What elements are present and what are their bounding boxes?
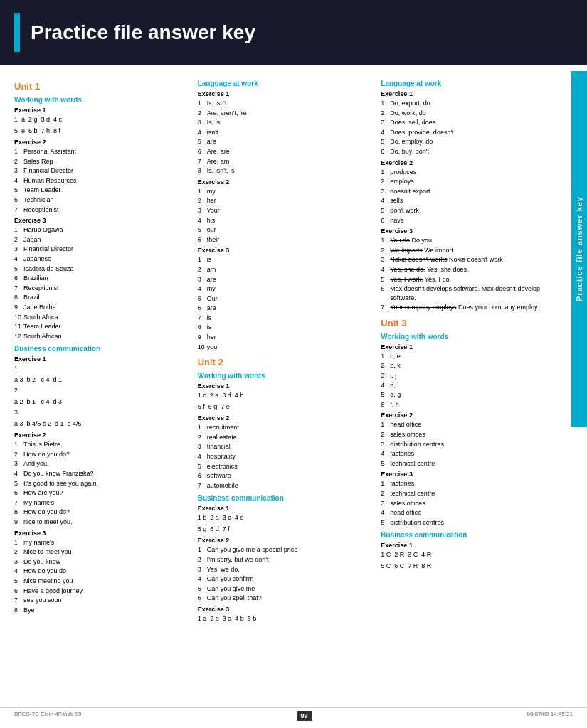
u2-biz-ex3-label: Exercise 3 [198,606,370,613]
lang-ex1-list: 1Is, isn't 2Are, aren't, 're 3Is, is 4is… [198,99,370,176]
wwwords-title-3: Working with words [381,333,553,341]
list-item: 10your [198,343,370,352]
ex3-label: Exercise 3 [14,217,186,224]
list-item: 3Is, is [198,118,370,127]
list-item: 5Isadora de Souza [14,264,186,274]
u3-biz-ex1-line1: 1 C 2 R 3 C 4 R [381,550,553,560]
list-item: 5Do, employ, do [381,137,553,146]
header-accent [14,13,20,52]
list-item: 8Is, isn't, 's [198,166,370,176]
list-item: 4hospitality [198,452,370,461]
u2-ex1-line2: 5 f 6 g 7 e [198,402,370,412]
list-item: 1head office [381,420,553,429]
biz-comm-title-2: Business communication [198,494,370,502]
list-item: 1Can you give me a special price [198,545,370,555]
list-item: 2Are, aren't, 're [198,109,370,118]
list-item: 6software [198,471,370,481]
list-item: 3Does, sell, does [381,118,553,127]
list-item: 6their [198,235,370,245]
u3-ex3-list: 1factories 2technical centre 3sales offi… [381,479,553,527]
lang-ex2-list: 1my 2her 3Your 4his 5our 6their [198,187,370,245]
list-item: 1my [198,187,370,196]
list-item: 2technical centre [381,489,553,498]
list-item: 4How do you do [14,567,186,576]
list-item: 4Does, provide, doesn't [381,128,553,137]
u2-ex2-list: 1recruitment 2real estate 3financial 4ho… [198,423,370,490]
list-item: 2employs [381,177,553,186]
list-item: 2Nice to meet you [14,547,186,557]
list-item: 4my [198,284,370,294]
list-item: 5technical centre [381,459,553,469]
u2-biz-ex2-label: Exercise 2 [198,537,370,544]
list-item: 5are [198,137,370,146]
biz-ex1-row5: 3 [14,408,186,418]
list-item: 4Japanese [14,255,186,264]
list-item: 5distribution centres [381,518,553,528]
list-item: 2sales offices [381,430,553,439]
u3-ex2-list: 1head office 2sales offices 3distributio… [381,420,553,468]
list-item: 7Your company employs Does your company … [381,303,553,312]
sidebar-label: Practice file answer key [571,71,587,427]
u2-biz-ex3-line: 1 a 2 b 3 a 4 b 5 b [198,614,370,624]
c3-lang-ex2-list: 1produces 2employs 3doesn't export 4sell… [381,168,553,225]
list-item: 1Is, isn't [198,99,370,108]
list-item: 6Brazilian [14,274,186,283]
list-item: 3distribution centres [381,440,553,449]
list-item: 8How do you do? [14,508,186,517]
list-item: 5Team Leader [14,186,186,195]
list-item: 3financial [198,442,370,451]
lang-ex3-list: 1is 2am 3are 4my 5Our 6are 7is 8is 9her … [198,255,370,351]
lang-ex2-label: Exercise 2 [198,178,370,186]
biz-ex1-row6: a 3 b 4/5 c 2 d 1 e 4/5 [14,419,186,429]
lang-ex1-label: Exercise 1 [198,90,370,97]
u3-ex1-list: 1c, e 2b, k 3i, j 4d, l 5a, g 6f, h [381,352,553,410]
list-item: 3are [198,275,370,284]
u3-biz-ex1-label: Exercise 1 [381,542,553,549]
ex1-line1: 1 a 2 g 3 d 4 c [14,115,186,125]
list-item: 4head office [381,508,553,518]
list-item: 3sales offices [381,499,553,508]
list-item: 1c, e [381,352,553,361]
list-item: 4Do you know Franziska? [14,469,186,478]
column-3: Language at work Exercise 1 1Do, export,… [375,75,573,625]
u3-biz-ex1-line2: 5 C 6 C 7 R 8 R [381,562,553,572]
sidebar-text: Practice file answer key [575,196,583,301]
biz-ex1-row1: 1 [14,364,186,374]
list-item: 2How do you do? [14,450,186,459]
ex1-label: Exercise 1 [14,107,186,114]
list-item: 5Our [198,294,370,304]
list-item: 2I'm sorry, but we don't [198,555,370,564]
list-item: 2b, k [381,361,553,370]
biz-ex2-label: Exercise 2 [14,432,186,439]
biz-comm-title-1: Business communication [14,345,186,353]
list-item: 5our [198,225,370,235]
list-item: 2Do, work, do [381,109,553,118]
list-item: 4his [198,216,370,225]
list-item: 2real estate [198,433,370,442]
list-item: 11Team Leader [14,322,186,331]
list-item: 1Personal Assistant [14,147,186,156]
list-item: 6Max doesn't develops software. Max does… [381,284,553,302]
biz-ex3-list: 1my name's 2Nice to meet you 3Do you kno… [14,538,186,615]
u2-biz-ex1-line2: 5 g 6 d 7 f [198,525,370,535]
unit2-title: Unit 2 [198,357,370,368]
list-item: 12South African [14,332,186,341]
list-item: 9her [198,333,370,342]
list-item: 2We imports We import [381,246,553,255]
list-item: 1is [198,255,370,264]
list-item: 4factories [381,449,553,459]
u3-ex2-label: Exercise 2 [381,412,553,419]
list-item: 6How are you? [14,488,186,498]
c3-lang-ex1-label: Exercise 1 [381,90,553,97]
list-item: 3Financial Director [14,166,186,176]
c3-lang-ex3-list: 1You do Do you 2We imports We import 3No… [381,236,553,312]
main-content: Unit 1 Working with words Exercise 1 1 a… [0,75,587,625]
list-item: 6Do, buy, don't [381,147,553,156]
u2-ex1-line1: 1 c 2 a 3 d 4 b [198,391,370,401]
u2-biz-ex1-label: Exercise 1 [198,505,370,512]
list-item: 7Are, am [198,157,370,166]
u2-biz-ex1-line1: 1 b 2 a 3 c 4 e [198,513,370,523]
u3-ex3-label: Exercise 3 [381,471,553,478]
list-item: 4Can you confirm [198,574,370,584]
list-item: 3And you. [14,459,186,469]
